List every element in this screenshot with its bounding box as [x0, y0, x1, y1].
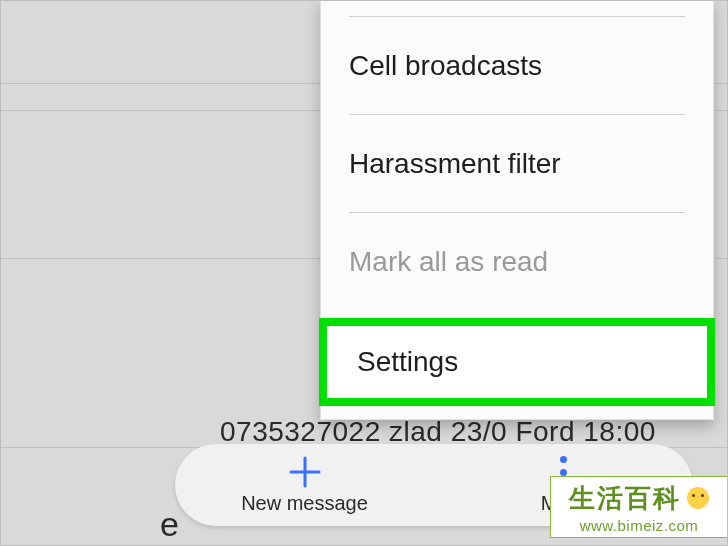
- watermark-top: 生活百科: [569, 481, 709, 516]
- watermark-url: www.bimeiz.com: [580, 517, 699, 534]
- menu-item-label: Mark all as read: [349, 246, 548, 278]
- new-message-label: New message: [241, 492, 368, 515]
- watermark: 生活百科 www.bimeiz.com: [550, 476, 728, 538]
- menu-item-cell-broadcasts[interactable]: Cell broadcasts: [349, 17, 685, 115]
- menu-item-settings[interactable]: Settings: [327, 326, 707, 398]
- menu-item-label: Cell broadcasts: [349, 50, 542, 82]
- smile-icon: [687, 487, 709, 509]
- menu-item-mark-all-read: Mark all as read: [349, 213, 685, 311]
- plus-icon: [288, 455, 322, 489]
- menu-item-harassment-filter[interactable]: Harassment filter: [349, 115, 685, 213]
- menu-item-label: Harassment filter: [349, 148, 561, 180]
- overflow-menu: Cell broadcasts Harassment filter Mark a…: [349, 16, 685, 311]
- screenshot-root: 0735327022 zlad 23/0 Ford 18:00 e Cell b…: [0, 0, 728, 546]
- menu-item-label: Settings: [357, 346, 458, 378]
- new-message-button[interactable]: New message: [175, 455, 434, 515]
- watermark-title: 生活百科: [569, 481, 681, 516]
